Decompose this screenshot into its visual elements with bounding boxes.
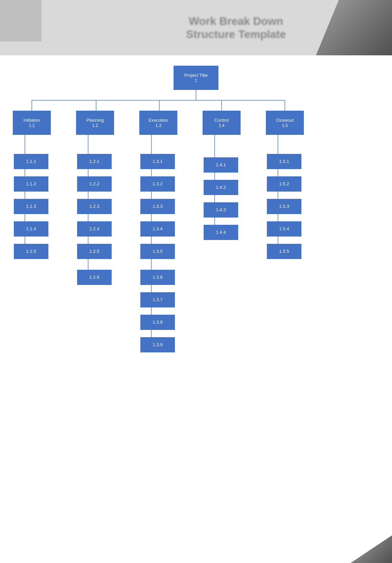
node-1-3-6: 1.3.6	[140, 270, 175, 285]
node-1-3-5: 1.3.5	[140, 244, 175, 259]
node-1-5-1: 1.5.1	[267, 154, 301, 169]
planning-label: Planning	[86, 118, 104, 123]
root-number: 1	[195, 78, 197, 83]
node-initiation: Initiation 1.1	[13, 111, 51, 135]
node-1-3-9: 1.3.9	[140, 337, 175, 352]
node-1-3-8: 1.3.8	[140, 315, 175, 330]
node-1-3-4: 1.3.4	[140, 221, 175, 237]
node-1-1-5: 1.1.5	[14, 244, 48, 259]
node-1-1-3: 1.1.3	[14, 199, 48, 214]
node-1-2-1: 1.2.1	[77, 154, 112, 169]
node-1-2-2: 1.2.2	[77, 176, 112, 192]
planning-number: 1.2	[92, 123, 98, 128]
node-1-1-1: 1.1.1	[14, 154, 48, 169]
node-1-5-2: 1.5.2	[267, 176, 301, 192]
wbs-area: Project Title 1 Initiation 1.1 Planning …	[0, 55, 392, 539]
header-right-decoration	[316, 0, 392, 55]
root-label: Project Title	[184, 73, 208, 78]
node-1-2-3: 1.2.3	[77, 199, 112, 214]
header-title-text: Work Break DownStructure Template	[186, 15, 286, 41]
node-1-5-5: 1.5.5	[267, 244, 301, 259]
node-closeout: Closeout 1.5	[266, 111, 304, 135]
header-title: Work Break DownStructure Template	[186, 15, 286, 41]
node-execution: Execution 1.3	[139, 111, 177, 135]
control-number: 1.4	[219, 123, 225, 128]
connector-lines	[7, 66, 385, 481]
node-1-2-5: 1.2.5	[77, 244, 112, 259]
header-left-decoration	[0, 0, 41, 41]
node-root: Project Title 1	[174, 66, 218, 90]
execution-label: Execution	[148, 118, 168, 123]
footer-decoration	[351, 535, 392, 563]
closeout-label: Closeout	[276, 118, 293, 123]
closeout-number: 1.5	[282, 123, 288, 128]
node-1-5-3: 1.5.3	[267, 199, 301, 214]
node-1-4-4: 1.4.4	[204, 225, 238, 240]
node-1-4-2: 1.4.2	[204, 180, 238, 195]
wbs-diagram: Project Title 1 Initiation 1.1 Planning …	[7, 66, 385, 481]
control-label: Control	[214, 118, 229, 123]
node-1-3-3: 1.3.3	[140, 199, 175, 214]
execution-number: 1.3	[156, 123, 161, 128]
node-control: Control 1.4	[203, 111, 241, 135]
header-area: Work Break DownStructure Template	[0, 0, 392, 55]
node-1-2-6: 1.2.6	[77, 270, 112, 285]
node-1-3-2: 1.3.2	[140, 176, 175, 192]
node-1-5-4: 1.5.4	[267, 221, 301, 237]
node-1-4-3: 1.4.3	[204, 202, 238, 218]
node-1-3-7: 1.3.7	[140, 292, 175, 307]
node-1-2-4: 1.2.4	[77, 221, 112, 237]
initiation-label: Initiation	[24, 118, 40, 123]
node-planning: Planning 1.2	[76, 111, 114, 135]
initiation-number: 1.1	[29, 123, 35, 128]
node-1-1-4: 1.1.4	[14, 221, 48, 237]
node-1-1-2: 1.1.2	[14, 176, 48, 192]
node-1-4-1: 1.4.1	[204, 157, 238, 173]
node-1-3-1: 1.3.1	[140, 154, 175, 169]
